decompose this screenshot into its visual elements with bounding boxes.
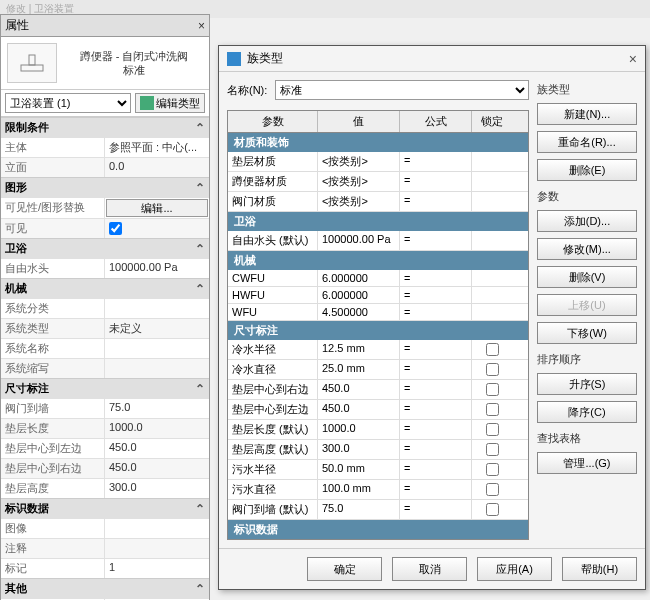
collapse-icon[interactable]: ⌃ [195, 121, 205, 135]
property-value[interactable]: 未定义 [105, 319, 209, 338]
param-formula[interactable]: = [400, 380, 472, 399]
param-value[interactable]: 1000.0 [318, 420, 400, 439]
delete-param-button[interactable]: 删除(V) [537, 266, 637, 288]
param-value[interactable]: 100000.00 Pa [318, 231, 400, 250]
type-name-dropdown[interactable]: 标准 [275, 80, 529, 100]
param-formula[interactable]: = [400, 304, 472, 320]
grid-section-header[interactable]: 尺寸标注 [228, 321, 528, 340]
param-formula[interactable]: = [400, 287, 472, 303]
param-formula[interactable]: = [400, 460, 472, 479]
grid-row[interactable]: HWFU6.000000= [228, 287, 528, 304]
param-value[interactable]: 12.5 mm [318, 340, 400, 359]
property-value[interactable]: 450.0 [105, 439, 209, 458]
property-value[interactable]: 450.0 [105, 459, 209, 478]
ascending-button[interactable]: 升序(S) [537, 373, 637, 395]
param-value[interactable]: 450.0 [318, 400, 400, 419]
property-value[interactable] [105, 519, 209, 538]
property-row[interactable]: 可见 [1, 218, 209, 238]
property-row[interactable]: 图像 [1, 518, 209, 538]
grid-row[interactable]: 垫层长度 (默认)1000.0= [228, 420, 528, 440]
property-section-header[interactable]: 尺寸标注⌃ [1, 378, 209, 398]
delete-type-button[interactable]: 删除(E) [537, 159, 637, 181]
grid-section-header[interactable]: 材质和装饰 [228, 133, 528, 152]
grid-row[interactable]: 垫层中心到左边450.0= [228, 400, 528, 420]
grid-row[interactable]: 垫层材质<按类别>= [228, 152, 528, 172]
collapse-icon[interactable]: ⌃ [195, 502, 205, 516]
property-row[interactable]: 注释 [1, 538, 209, 558]
property-value[interactable] [105, 339, 209, 358]
property-row[interactable]: 垫层高度300.0 [1, 478, 209, 498]
move-up-button[interactable]: 上移(U) [537, 294, 637, 316]
grid-section-header[interactable]: 卫浴 [228, 212, 528, 231]
lock-checkbox[interactable] [486, 503, 499, 516]
property-row[interactable]: 主体参照平面 : 中心(... [1, 137, 209, 157]
property-row[interactable]: 垫层长度1000.0 [1, 418, 209, 438]
new-type-button[interactable]: 新建(N)... [537, 103, 637, 125]
cancel-button[interactable]: 取消 [392, 557, 467, 581]
grid-row[interactable]: 阀门材质<按类别>= [228, 192, 528, 212]
param-formula[interactable]: = [400, 420, 472, 439]
param-value[interactable]: 300.0 [318, 440, 400, 459]
param-formula[interactable]: = [400, 500, 472, 519]
property-section-header[interactable]: 卫浴⌃ [1, 238, 209, 258]
lock-checkbox[interactable] [486, 403, 499, 416]
param-formula[interactable]: = [400, 340, 472, 359]
param-value[interactable]: 75.0 [318, 500, 400, 519]
property-row[interactable]: 系统缩写 [1, 358, 209, 378]
property-value[interactable] [105, 539, 209, 558]
param-value[interactable]: 50.0 mm [318, 460, 400, 479]
param-formula[interactable]: = [400, 231, 472, 250]
collapse-icon[interactable]: ⌃ [195, 282, 205, 296]
property-value[interactable] [105, 299, 209, 318]
property-value[interactable]: 0.0 [105, 158, 209, 177]
property-row[interactable]: 垫层中心到左边450.0 [1, 438, 209, 458]
param-value[interactable]: 25.0 mm [318, 360, 400, 379]
manage-lookup-button[interactable]: 管理...(G) [537, 452, 637, 474]
property-value[interactable] [105, 359, 209, 378]
property-row[interactable]: 阀门到墙75.0 [1, 398, 209, 418]
param-value[interactable]: 100.0 mm [318, 480, 400, 499]
param-value[interactable]: 4.500000 [318, 304, 400, 320]
grid-row[interactable]: WFU4.500000= [228, 304, 528, 321]
param-value[interactable]: <按类别> [318, 192, 400, 211]
grid-row[interactable]: 冷水半径12.5 mm= [228, 340, 528, 360]
lock-checkbox[interactable] [486, 483, 499, 496]
grid-row[interactable]: 自由水头 (默认)100000.00 Pa= [228, 231, 528, 251]
edit-button[interactable]: 编辑... [106, 199, 208, 217]
param-formula[interactable]: = [400, 440, 472, 459]
property-row[interactable]: 系统分类 [1, 298, 209, 318]
property-row[interactable]: 系统名称 [1, 338, 209, 358]
ok-button[interactable]: 确定 [307, 557, 382, 581]
param-formula[interactable]: = [400, 192, 472, 211]
grid-row[interactable]: 蹲便器材质<按类别>= [228, 172, 528, 192]
grid-row[interactable]: 污水直径100.0 mm= [228, 480, 528, 500]
property-section-header[interactable]: 机械⌃ [1, 278, 209, 298]
property-row[interactable]: 立面0.0 [1, 157, 209, 177]
grid-row[interactable]: 污水半径50.0 mm= [228, 460, 528, 480]
rename-button[interactable]: 重命名(R)... [537, 131, 637, 153]
properties-header[interactable]: 蹲便器 - 自闭式冲洗阀 标准 [1, 37, 209, 90]
property-row[interactable]: 自由水头100000.00 Pa [1, 258, 209, 278]
property-row[interactable]: 可见性/图形替换编辑... [1, 197, 209, 218]
param-formula[interactable]: = [400, 152, 472, 171]
collapse-icon[interactable]: ⌃ [195, 582, 205, 596]
property-value[interactable]: 300.0 [105, 479, 209, 498]
param-value[interactable]: 450.0 [318, 380, 400, 399]
property-row[interactable]: 系统类型未定义 [1, 318, 209, 338]
property-row[interactable]: 垫层中心到右边450.0 [1, 458, 209, 478]
property-value[interactable]: 75.0 [105, 399, 209, 418]
param-formula[interactable]: = [400, 400, 472, 419]
property-section-header[interactable]: 标识数据⌃ [1, 498, 209, 518]
parameters-grid[interactable]: 参数 值 公式 锁定 材质和装饰垫层材质<按类别>=蹲便器材质<按类别>=阀门材… [227, 110, 529, 540]
param-value[interactable]: <按类别> [318, 172, 400, 191]
param-value[interactable]: 6.000000 [318, 270, 400, 286]
param-value[interactable]: <按类别> [318, 152, 400, 171]
grid-row[interactable]: 垫层高度 (默认)300.0= [228, 440, 528, 460]
lock-checkbox[interactable] [486, 443, 499, 456]
close-icon[interactable]: × [629, 51, 637, 67]
collapse-icon[interactable]: ⌃ [195, 242, 205, 256]
modify-param-button[interactable]: 修改(M)... [537, 238, 637, 260]
param-formula[interactable]: = [400, 172, 472, 191]
grid-row[interactable]: 冷水直径25.0 mm= [228, 360, 528, 380]
visibility-checkbox[interactable] [109, 222, 122, 235]
